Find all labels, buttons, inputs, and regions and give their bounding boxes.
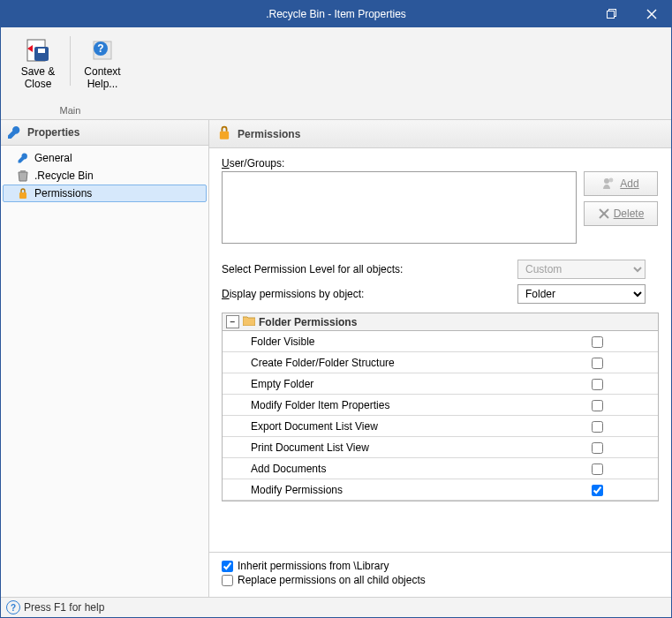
nav-item-label: Permissions xyxy=(34,187,92,200)
ribbon: Save & Close ? Context Help... Main xyxy=(1,27,671,120)
permission-checkbox[interactable] xyxy=(592,464,603,475)
permission-checkbox[interactable] xyxy=(592,485,603,496)
inherit-permissions-label: Inherit permissions from \Library xyxy=(238,560,389,572)
select-permission-level-label: Select Permission Level for all objects: xyxy=(222,263,403,275)
replace-permissions-label: Replace permissions on all child objects xyxy=(238,574,426,586)
main-header-label: Permissions xyxy=(238,128,300,140)
permission-name: Modify Folder Item Properties xyxy=(223,395,536,416)
save-and-close-button[interactable]: Save & Close xyxy=(10,33,66,103)
status-bar: ? Press F1 for help xyxy=(1,597,671,617)
svg-rect-1 xyxy=(607,11,614,19)
lock-icon xyxy=(16,186,30,200)
nav-item-label: .Recycle Bin xyxy=(34,170,94,182)
permission-checkbox[interactable] xyxy=(592,421,603,433)
svg-point-13 xyxy=(604,178,609,184)
ribbon-group-main: Save & Close ? Context Help... Main xyxy=(6,33,134,119)
ribbon-group-label: Main xyxy=(60,103,81,119)
nav-header: Properties xyxy=(1,120,208,146)
restore-window-button[interactable] xyxy=(592,1,631,27)
permission-row: Empty Folder xyxy=(223,373,658,395)
main-panel: Permissions User/Groups: Add Delete xyxy=(209,120,671,597)
nav-item-general[interactable]: General xyxy=(3,149,207,167)
save-and-close-label: Save & Close xyxy=(11,66,64,91)
permission-checkbox[interactable] xyxy=(592,400,603,411)
collapse-group-button[interactable]: − xyxy=(226,315,239,328)
svg-text:?: ? xyxy=(97,42,103,55)
permission-row: Modify Folder Item Properties xyxy=(223,395,658,416)
permission-checkbox[interactable] xyxy=(592,358,603,369)
context-help-button[interactable]: ? Context Help... xyxy=(74,33,131,103)
permission-name: Add Documents xyxy=(223,458,536,479)
replace-permissions-checkbox[interactable]: Replace permissions on all child objects xyxy=(222,574,659,586)
save-close-icon xyxy=(24,36,52,64)
ribbon-separator xyxy=(70,36,71,86)
permissions-group-header: − Folder Permissions xyxy=(223,313,658,331)
permission-row: Print Document List View xyxy=(223,437,658,458)
help-icon: ? xyxy=(88,36,117,64)
svg-rect-11 xyxy=(19,192,26,199)
svg-point-14 xyxy=(609,178,614,183)
wrench-icon xyxy=(6,124,22,140)
permission-name: Empty Folder xyxy=(223,373,536,395)
user-groups-listbox[interactable] xyxy=(222,171,577,244)
permission-row: Create Folder/Folder Structure xyxy=(223,352,658,373)
nav-list: General .Recycle Bin Permissions xyxy=(1,146,208,206)
user-groups-label: User/Groups: xyxy=(222,157,284,170)
svg-rect-10 xyxy=(20,170,26,172)
window-title: .Recycle Bin - Item Properties xyxy=(266,8,406,20)
permission-row: Export Document List View xyxy=(223,416,658,437)
svg-rect-6 xyxy=(38,49,45,53)
svg-rect-12 xyxy=(220,132,229,139)
permission-checkbox[interactable] xyxy=(592,442,603,454)
context-help-label: Context Help... xyxy=(76,66,129,91)
nav-item-label: General xyxy=(34,152,72,164)
add-button[interactable]: Add xyxy=(584,171,658,196)
permission-name: Create Folder/Folder Structure xyxy=(223,352,536,373)
nav-panel: Properties General .Recycle Bin Permissi… xyxy=(1,120,209,597)
permissions-grid: − Folder Permissions Folder VisibleCreat… xyxy=(222,313,659,501)
folder-icon xyxy=(243,315,255,328)
help-icon: ? xyxy=(6,600,20,614)
lock-icon xyxy=(216,124,232,143)
delete-button[interactable]: Delete xyxy=(584,201,658,226)
add-user-icon xyxy=(602,177,616,191)
permission-row: Folder Visible xyxy=(223,331,658,352)
inherit-permissions-checkbox[interactable]: Inherit permissions from \Library xyxy=(222,560,659,572)
delete-button-label: Delete xyxy=(614,207,645,220)
permission-name: Modify Permissions xyxy=(223,479,536,501)
nav-item-recycle-bin[interactable]: .Recycle Bin xyxy=(3,167,207,185)
nav-item-permissions[interactable]: Permissions xyxy=(3,185,207,202)
add-button-label: Add xyxy=(620,177,638,190)
trash-icon xyxy=(16,169,30,183)
status-text: Press F1 for help xyxy=(24,601,104,614)
main-header: Permissions xyxy=(209,120,671,148)
permission-name: Folder Visible xyxy=(223,331,536,352)
permission-checkbox[interactable] xyxy=(592,379,603,390)
title-bar: .Recycle Bin - Item Properties xyxy=(1,1,671,27)
display-by-select[interactable]: Folder xyxy=(517,284,646,304)
permission-name: Print Document List View xyxy=(223,437,536,458)
close-icon xyxy=(646,9,657,19)
permission-row: Add Documents xyxy=(223,458,658,479)
close-window-button[interactable] xyxy=(631,1,671,27)
permission-level-select[interactable]: Custom xyxy=(517,260,646,279)
inherit-options: Inherit permissions from \Library Replac… xyxy=(209,553,671,597)
wrench-icon xyxy=(16,151,30,165)
permission-checkbox[interactable] xyxy=(592,336,603,348)
permission-row: Modify Permissions xyxy=(223,479,658,501)
restore-icon xyxy=(607,9,617,19)
delete-icon xyxy=(598,207,610,220)
permission-name: Export Document List View xyxy=(223,416,536,437)
nav-header-label: Properties xyxy=(27,126,79,139)
display-permissions-by-label: Display permissions by object: xyxy=(222,288,364,300)
permissions-group-label: Folder Permissions xyxy=(259,316,357,328)
